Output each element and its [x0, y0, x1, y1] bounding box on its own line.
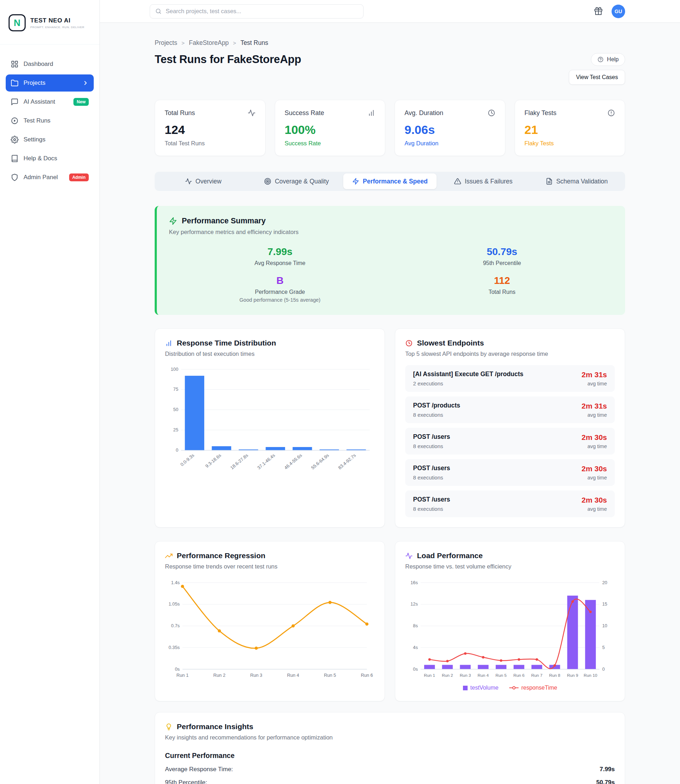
sidebar-item-label: AI Assistant: [24, 98, 55, 105]
metric-note: Good performance (5-15s average): [169, 297, 391, 303]
stat-value: 21: [525, 123, 615, 137]
stat-card-flaky-tests: Flaky Tests 21 Flaky Tests: [515, 100, 625, 156]
metric-avg-response-time: 7.99s Avg Response Time: [169, 246, 391, 266]
kv-row-95th-percentile: 95th Percentile: 50.79s: [165, 779, 615, 784]
bar-chart-icon: [165, 339, 173, 347]
tab-label: Issues & Failures: [465, 178, 513, 185]
stat-card-total-runs: Total Runs 124 Total Test Runs: [155, 100, 266, 156]
sidebar-item-label: Settings: [24, 136, 45, 143]
metric-performance-grade: B Performance Grade Good performance (5-…: [169, 275, 391, 303]
svg-text:Run 4: Run 4: [478, 673, 489, 677]
endpoint-row: [AI Assistant] Execute GET /products 2 e…: [405, 365, 615, 392]
metric-value: 7.99s: [169, 246, 391, 258]
alert-circle-icon: [607, 109, 615, 117]
card-title: Slowest Endpoints: [417, 339, 484, 347]
svg-text:Run 4: Run 4: [287, 672, 299, 678]
stat-sub: Flaky Tests: [525, 140, 615, 147]
charts-row-2: Performance Regression Response time tre…: [155, 541, 625, 701]
svg-text:15: 15: [602, 601, 607, 606]
svg-text:1.4s: 1.4s: [171, 580, 179, 585]
endpoint-executions: 8 executions: [413, 474, 450, 481]
folder-icon: [11, 79, 19, 87]
svg-text:50: 50: [173, 407, 178, 412]
endpoint-name: [AI Assistant] Execute GET /products: [413, 371, 524, 378]
svg-text:8s: 8s: [413, 623, 418, 628]
endpoint-name: POST /products: [413, 402, 460, 409]
endpoint-executions: 8 executions: [413, 506, 450, 512]
app-tagline: PROMPT. ENHANCE. RUN. DELIVER: [30, 26, 85, 29]
sidebar-item-settings[interactable]: Settings: [6, 131, 94, 148]
clock-icon: [488, 109, 495, 117]
stat-value: 100%: [285, 123, 376, 137]
svg-text:75: 75: [173, 387, 178, 392]
sidebar-item-dashboard[interactable]: Dashboard: [6, 56, 94, 73]
gift-button[interactable]: [594, 7, 603, 16]
sidebar-item-test-runs[interactable]: Test Runs: [6, 112, 94, 129]
svg-text:Run 3: Run 3: [460, 673, 471, 677]
metric-label: Performance Grade: [169, 289, 391, 295]
sidebar-nav: Dashboard Projects AI Assistant New Test…: [0, 44, 99, 784]
legend-responsetime[interactable]: responseTime: [509, 685, 557, 691]
svg-text:25: 25: [173, 427, 178, 432]
question-icon: [597, 56, 604, 63]
page-title: Test Runs for FakeStoreApp: [155, 53, 301, 66]
tab-schema-validation[interactable]: Schema Validation: [530, 173, 623, 189]
metric-value: B: [169, 275, 391, 286]
svg-text:18.6-27.8s: 18.6-27.8s: [229, 453, 249, 471]
zap-icon: [169, 217, 177, 225]
app-title: TEST NEO AI: [30, 17, 85, 24]
sidebar-item-label: Projects: [24, 79, 45, 86]
response-time-distribution-chart: 02550751000.0-9.3s9.3-18.6s18.6-27.8s37.…: [165, 365, 375, 479]
svg-text:Run 6: Run 6: [513, 673, 525, 677]
sidebar-item-projects[interactable]: Projects: [6, 74, 94, 91]
tab-coverage-quality[interactable]: Coverage & Quality: [250, 173, 343, 189]
bar-chart-icon: [367, 109, 375, 117]
tab-performance-speed[interactable]: Performance & Speed: [343, 173, 437, 189]
card-subtitle: Response time trends over recent test ru…: [165, 563, 375, 570]
svg-text:Run 1: Run 1: [176, 672, 189, 678]
kv-label: Average Response Time:: [165, 766, 233, 773]
response-time-distribution-card: Response Time Distribution Distribution …: [155, 328, 385, 528]
current-performance-heading: Current Performance: [165, 752, 615, 760]
shield-icon: [11, 173, 19, 181]
load-performance-chart: 0s04s58s1012s1516s20Run 1Run 2Run 3Run 4…: [405, 577, 615, 682]
endpoint-avg-time-label: avg time: [582, 412, 607, 418]
performance-regression-chart: 0s0.35s0.7s1.05s1.4sRun 1Run 2Run 3Run 4…: [165, 577, 375, 682]
svg-text:Run 5: Run 5: [324, 672, 336, 678]
app-logo[interactable]: N TEST NEO AI PROMPT. ENHANCE. RUN. DELI…: [0, 0, 99, 44]
metric-label: Avg Response Time: [169, 260, 391, 266]
metric-label: 95th Percentile: [391, 260, 613, 266]
help-button[interactable]: Help: [591, 53, 625, 66]
sidebar-item-ai-assistant[interactable]: AI Assistant New: [6, 93, 94, 110]
avatar[interactable]: GU: [612, 5, 625, 18]
breadcrumb-projects[interactable]: Projects: [155, 39, 177, 47]
svg-text:Run 9: Run 9: [567, 673, 578, 677]
svg-text:5: 5: [602, 645, 605, 650]
legend-bar-swatch: [463, 686, 468, 690]
sidebar-item-admin-panel[interactable]: Admin Panel Admin: [6, 169, 94, 186]
legend-label: responseTime: [521, 685, 557, 691]
tab-bar: Overview Coverage & Quality Performance …: [155, 172, 625, 191]
stat-card-success-rate: Success Rate 100% Success Rate: [275, 100, 386, 156]
card-subtitle: Response time vs. test volume efficiency: [405, 563, 615, 570]
tab-issues-failures[interactable]: Issues & Failures: [437, 173, 530, 189]
svg-text:10: 10: [602, 623, 607, 628]
tab-label: Coverage & Quality: [275, 178, 329, 185]
search-input[interactable]: [166, 8, 358, 15]
svg-text:Run 10: Run 10: [584, 673, 597, 677]
summary-subtitle: Key performance metrics and efficiency i…: [169, 229, 613, 236]
view-test-cases-button[interactable]: View Test Cases: [569, 70, 625, 85]
tab-overview[interactable]: Overview: [156, 173, 250, 189]
breadcrumb-fakestoreapp[interactable]: FakeStoreApp: [189, 39, 229, 47]
svg-text:0.7s: 0.7s: [171, 623, 179, 628]
stat-sub: Avg Duration: [405, 140, 495, 147]
sidebar-item-label: Admin Panel: [24, 174, 58, 181]
svg-text:0: 0: [176, 448, 178, 453]
legend-testvolume[interactable]: testVolume: [463, 685, 499, 691]
metric-95th-percentile: 50.79s 95th Percentile: [391, 246, 613, 266]
kv-value: 50.79s: [596, 779, 615, 784]
sidebar-item-help-docs[interactable]: Help & Docs: [6, 150, 94, 167]
play-circle-icon: [11, 117, 19, 125]
svg-text:Run 1: Run 1: [424, 673, 435, 677]
svg-text:0.0-9.3s: 0.0-9.3s: [179, 453, 195, 467]
